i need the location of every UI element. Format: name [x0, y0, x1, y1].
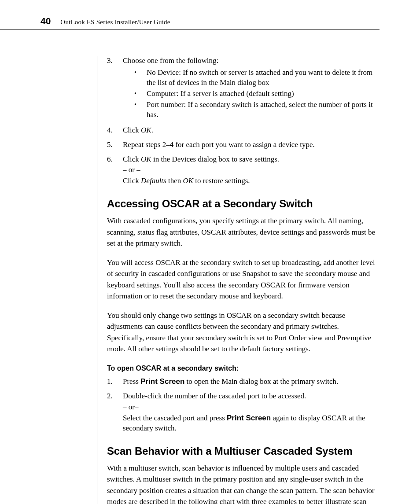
bullet-text: Port number: If a secondary switch is at…	[147, 100, 376, 120]
t: Press	[123, 377, 140, 386]
heading-accessing-oscar: Accessing OSCAR at a Secondary Switch	[107, 198, 376, 210]
page-header: 40 OutLook ES Series Installer/User Guid…	[0, 0, 379, 29]
t: in the Devices dialog box to save settin…	[151, 155, 279, 163]
paragraph: You will access OSCAR at the secondary s…	[107, 257, 376, 302]
bullet-icon: •	[134, 100, 147, 120]
t: Click	[123, 126, 141, 134]
step-or: – or–	[123, 402, 376, 412]
content-column: 3. Choose one from the following: • No D…	[97, 56, 376, 504]
step-num: 5.	[107, 140, 123, 150]
step-num: 3.	[107, 56, 123, 121]
step-body: Press Print Screen to open the Main dial…	[123, 377, 376, 387]
bullet-item: • No Device: If no switch or server is a…	[134, 68, 376, 88]
subheading-open-oscar: To open OSCAR at a secondary switch:	[107, 364, 376, 372]
open-step-1: 1. Press Print Screen to open the Main d…	[107, 377, 376, 387]
bullet-icon: •	[134, 89, 147, 99]
step-body: Double-click the number of the cascaded …	[123, 391, 376, 434]
bullet-icon: •	[134, 68, 147, 88]
open-step-2: 2. Double-click the number of the cascad…	[107, 391, 376, 434]
t: to open the Main dialog box at the prima…	[184, 377, 338, 386]
t: to restore settings.	[193, 177, 250, 185]
t: Click	[123, 155, 141, 163]
t: Click	[123, 177, 141, 185]
t: Select the cascaded port and press	[123, 414, 227, 422]
step-4: 4. Click OK.	[107, 125, 376, 136]
print-screen-label: Print Screen	[227, 414, 271, 422]
bullet-item: • Port number: If a secondary switch is …	[134, 100, 376, 120]
bullet-item: • Computer: If a server is attached (def…	[134, 89, 376, 99]
t: Double-click the number of the cascaded …	[123, 392, 306, 400]
step-body: Click OK in the Devices dialog box to sa…	[123, 155, 376, 187]
step-sub: Click Defaults then OK to restore settin…	[123, 176, 376, 186]
step-5: 5. Repeat steps 2–4 for each port you wa…	[107, 140, 376, 150]
step-or: – or –	[123, 165, 376, 175]
ok-label: OK	[141, 155, 151, 163]
step-sub: Select the cascaded port and press Print…	[123, 413, 376, 434]
paragraph: You should only change two settings in O…	[107, 310, 376, 355]
step-num: 6.	[107, 155, 123, 187]
paragraph: With cascaded configurations, you specif…	[107, 215, 376, 249]
t: then	[166, 177, 183, 185]
step-num: 4.	[107, 125, 123, 136]
defaults-label: Defaults	[141, 177, 166, 185]
step-3: 3. Choose one from the following: • No D…	[107, 56, 376, 121]
header-title: OutLook ES Series Installer/User Guide	[60, 18, 170, 26]
bullet-text: No Device: If no switch or server is att…	[147, 68, 376, 88]
step-6: 6. Click OK in the Devices dialog box to…	[107, 155, 376, 187]
step-text: Choose one from the following:	[123, 56, 218, 65]
ok-label: OK	[141, 126, 151, 134]
page-number: 40	[41, 16, 51, 26]
paragraph: With a multiuser switch, scan behavior i…	[107, 463, 376, 504]
t: .	[151, 126, 153, 134]
ok-label: OK	[183, 177, 193, 185]
heading-scan-behavior: Scan Behavior with a Multiuser Cascaded …	[107, 445, 376, 457]
step-num: 2.	[107, 391, 123, 434]
step-body: Choose one from the following: • No Devi…	[123, 56, 376, 121]
print-screen-label: Print Screen	[140, 377, 184, 386]
step-num: 1.	[107, 377, 123, 387]
bullet-text: Computer: If a server is attached (defau…	[147, 89, 376, 99]
step-body: Repeat steps 2–4 for each port you want …	[123, 140, 376, 150]
bullet-list: • No Device: If no switch or server is a…	[134, 68, 376, 120]
step-body: Click OK.	[123, 125, 376, 136]
